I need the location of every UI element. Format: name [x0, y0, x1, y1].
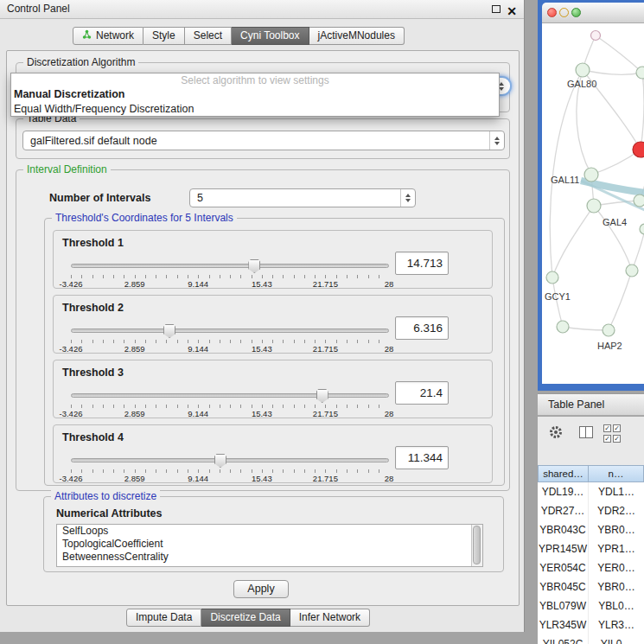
table-cell[interactable]: YIL0… [589, 634, 644, 644]
slider-track[interactable] [71, 393, 389, 398]
table-cell[interactable]: YDR27… [538, 501, 589, 520]
interval-definition-group: Interval Definition Number of Intervals … [16, 169, 510, 491]
table-cell[interactable]: YLR3… [589, 615, 644, 634]
table-cell[interactable]: YDL1… [589, 482, 644, 501]
network-node-gal80[interactable] [576, 63, 590, 77]
table-row[interactable]: YLR345WYLR3… [538, 615, 644, 634]
table-row[interactable]: YBR045CYBR0… [538, 577, 644, 596]
table-cell[interactable]: YBR0… [589, 520, 644, 539]
minimize-traffic-light-icon[interactable] [559, 8, 569, 17]
slider-track[interactable] [71, 458, 389, 462]
threshold-value-field[interactable]: 11.344 [395, 446, 449, 469]
gear-icon[interactable] [548, 424, 564, 440]
network-node-hap2[interactable] [603, 324, 615, 336]
network-node-gal4[interactable] [587, 199, 601, 213]
threshold-slider[interactable]: -3.4262.8599.14415.4321.71528 [71, 323, 389, 353]
threshold-slider[interactable]: -3.4262.8599.14415.4321.71528 [71, 453, 389, 482]
slider-thumb[interactable] [316, 389, 328, 403]
table-cell[interactable]: YER0… [589, 558, 644, 577]
network-canvas[interactable]: GAL80 GAL11 GAL4 GCY1 HAP2 [542, 23, 644, 384]
table-cell[interactable]: YBL0… [589, 596, 644, 615]
network-window-titlebar[interactable] [542, 3, 644, 23]
network-node[interactable] [626, 265, 638, 277]
apply-button[interactable]: Apply [233, 580, 289, 598]
table-data-combobox[interactable]: galFiltered.sif default node [22, 131, 505, 150]
table-cell[interactable]: YBR043C [538, 520, 589, 539]
network-node[interactable] [636, 67, 644, 79]
table-cell[interactable]: YPR145W [538, 539, 589, 558]
float-window-icon[interactable] [492, 5, 501, 13]
threshold-value-field[interactable]: 14.713 [395, 252, 449, 275]
slider-track[interactable] [71, 328, 389, 333]
network-node[interactable] [591, 31, 601, 41]
network-node-selected[interactable] [633, 142, 644, 157]
threshold-value-field[interactable]: 21.4 [395, 381, 449, 405]
group-title: Attributes to discretize [51, 490, 160, 502]
network-node-gal11[interactable] [584, 168, 598, 182]
table-cell[interactable]: YER054C [538, 558, 589, 577]
network-node-gcy1[interactable] [546, 271, 558, 284]
scale-tick-label: -3.426 [60, 409, 83, 418]
control-panel-titlebar: Control Panel ✕ [0, 0, 524, 19]
zoom-traffic-light-icon[interactable] [571, 8, 581, 17]
network-node[interactable] [634, 194, 644, 207]
column-visibility-icons[interactable]: ✓ ✓ ✓ ✓ [603, 424, 629, 443]
close-icon[interactable]: ✕ [507, 3, 517, 21]
column-header-shared-name[interactable]: shared… [538, 465, 589, 482]
attribute-list-item[interactable]: TopologicalCoefficient [57, 538, 482, 551]
tab-impute-data[interactable]: Impute Data [126, 609, 201, 627]
table-row[interactable]: YPR145WYPR1… [538, 539, 644, 558]
slider-thumb[interactable] [248, 259, 260, 273]
threshold-value-field[interactable]: 6.316 [395, 316, 449, 340]
scale-tick-label: 15.43 [252, 344, 272, 354]
table-cell[interactable]: YDR2… [589, 501, 644, 520]
table-row[interactable]: YER054CYER0… [538, 558, 644, 577]
table-row[interactable]: YIL052CYIL0… [538, 634, 644, 644]
node-label: HAP2 [597, 341, 622, 351]
tab-discretize-data[interactable]: Discretize Data [201, 609, 290, 627]
scale-tick-label: -3.426 [60, 474, 83, 483]
tab-jactivemnodules[interactable]: jActiveMNodules [309, 27, 405, 45]
network-node[interactable] [557, 321, 569, 333]
threshold-label: Threshold 3 [62, 367, 124, 379]
node-label: GCY1 [545, 291, 571, 302]
tab-select[interactable]: Select [185, 27, 232, 45]
table-cell[interactable]: YLR345W [538, 615, 589, 634]
table-row[interactable]: YBR043CYBR0… [538, 520, 644, 539]
table-row[interactable]: YDR27…YDR2… [538, 501, 644, 520]
slider-thumb[interactable] [163, 324, 175, 338]
table-cell[interactable]: YBL079W [538, 596, 589, 615]
number-of-intervals-combobox[interactable]: 5 [189, 188, 416, 207]
algorithm-option-manual[interactable]: Manual Discretization [11, 87, 499, 102]
attribute-list-item[interactable]: SelfLoops [57, 525, 482, 538]
table-row[interactable]: YBL079WYBL0… [538, 596, 644, 615]
algorithm-option-equal-width[interactable]: Equal Width/Frequency Discretization [11, 102, 499, 117]
close-traffic-light-icon[interactable] [547, 8, 557, 17]
numerical-attributes-list[interactable]: SelfLoopsTopologicalCoefficientBetweenne… [56, 524, 483, 567]
column-header-name[interactable]: n… [589, 465, 644, 482]
node-label: GAL11 [551, 175, 579, 185]
table-cell[interactable]: YIL052C [538, 634, 589, 644]
network-graph[interactable]: GAL80 GAL11 GAL4 GCY1 HAP2 [542, 23, 644, 384]
tab-label: Discretize Data [210, 609, 280, 626]
threshold-label: Threshold 4 [62, 431, 124, 443]
table-cell[interactable]: YDL19… [538, 482, 589, 501]
list-scrollbar[interactable] [471, 525, 482, 566]
threshold-slider[interactable]: -3.4262.8599.14415.4321.71528 [71, 258, 389, 288]
table-cell[interactable]: YPR1… [589, 539, 644, 558]
tab-cyni-toolbox[interactable]: Cyni Toolbox [232, 27, 309, 45]
table-panel-title: Table Panel [548, 399, 604, 411]
table-row[interactable]: YDL19…YDL1… [538, 482, 644, 501]
network-node[interactable] [640, 224, 644, 234]
table-cell[interactable]: YBR045C [538, 577, 589, 596]
threshold-slider[interactable]: -3.4262.8599.14415.4321.71528 [71, 388, 389, 418]
tab-infer-network[interactable]: Infer Network [290, 609, 370, 627]
slider-track[interactable] [71, 264, 389, 268]
attribute-list-item[interactable]: BetweennessCentrality [57, 551, 482, 564]
slider-thumb[interactable] [214, 454, 226, 468]
scrollbar-thumb[interactable] [473, 526, 481, 564]
tab-network[interactable]: Network [73, 27, 143, 45]
table-cell[interactable]: YBR0… [589, 577, 644, 596]
columns-icon[interactable] [579, 426, 593, 438]
tab-style[interactable]: Style [143, 27, 185, 45]
